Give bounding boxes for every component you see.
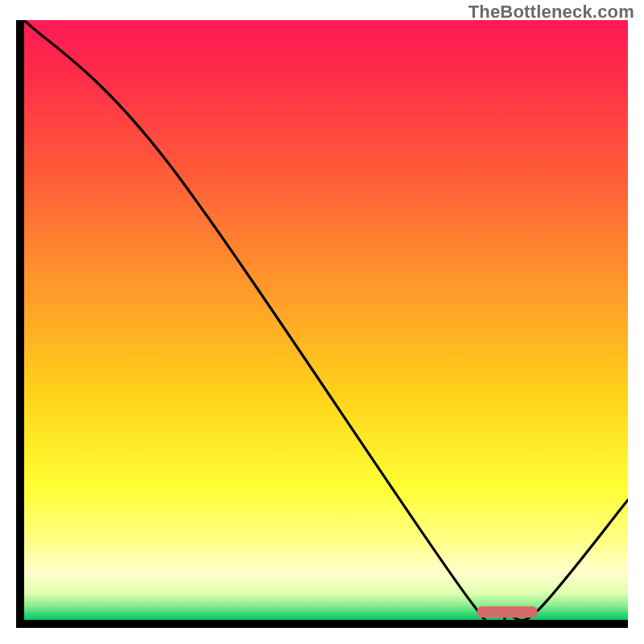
x-axis (16, 620, 628, 628)
plot-svg (24, 20, 628, 620)
chart-wrapper: TheBottleneck.com (0, 0, 644, 644)
gradient-bg (24, 20, 628, 620)
y-axis (16, 20, 24, 628)
plot-area (24, 20, 628, 620)
optimal-marker (477, 606, 538, 617)
